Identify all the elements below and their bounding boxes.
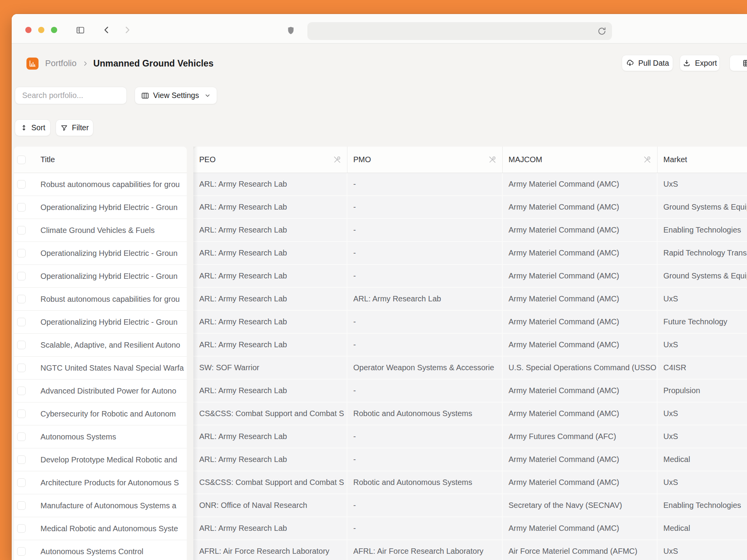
title-cell[interactable]: Autonomous Systems Control (40, 547, 187, 556)
row-checkbox[interactable] (17, 410, 26, 418)
peo-cell[interactable]: ARL: Army Research Lab (193, 334, 347, 357)
table-row[interactable]: Robust autonomous capabilities for grou (14, 288, 187, 311)
export-button[interactable]: Export (680, 55, 720, 71)
pmo-cell[interactable]: - (347, 494, 503, 517)
peo-cell[interactable]: ARL: Army Research Lab (193, 265, 347, 288)
row-checkbox[interactable] (17, 501, 26, 510)
table-row[interactable]: Robust autonomous capabilities for grou (14, 173, 187, 196)
table-row[interactable]: Scalable, Adaptive, and Resilient Autono (14, 334, 187, 357)
peo-cell[interactable]: SW: SOF Warrior (193, 357, 347, 380)
row-checkbox[interactable] (17, 387, 26, 395)
select-all-checkbox[interactable] (17, 156, 26, 164)
peo-cell[interactable]: ARL: Army Research Lab (193, 380, 347, 402)
market-cell[interactable]: Medical (658, 517, 747, 540)
title-cell[interactable]: Operationalizing Hybrid Electric - Groun (40, 272, 187, 281)
row-checkbox[interactable] (17, 364, 26, 372)
row-checkbox[interactable] (17, 547, 26, 556)
majcom-cell[interactable]: Army Materiel Command (AMC) (503, 196, 658, 219)
table-row[interactable]: ARL: Army Research Lab - Army Materiel C… (193, 265, 747, 288)
title-cell[interactable]: Architecture Products for Autonomous S (40, 478, 187, 487)
title-cell[interactable]: NGTC United States Naval Special Warfa (40, 364, 187, 373)
peo-cell[interactable]: ARL: Army Research Lab (193, 517, 347, 540)
market-cell[interactable]: Enabling Technologies (658, 494, 747, 517)
filter-button[interactable]: Filter (56, 119, 93, 136)
market-cell[interactable]: UxS (658, 425, 747, 448)
row-checkbox[interactable] (17, 249, 26, 257)
row-checkbox[interactable] (17, 272, 26, 280)
table-row[interactable]: Operationalizing Hybrid Electric - Groun (14, 196, 187, 219)
market-cell[interactable]: Enabling Technologies (658, 219, 747, 242)
market-cell[interactable]: C4ISR (658, 357, 747, 380)
majcom-cell[interactable]: Army Materiel Command (AMC) (503, 471, 658, 494)
title-cell[interactable]: Cybersecurity for Robotic and Autonom (40, 410, 187, 418)
table-row[interactable]: ARL: Army Research Lab - Army Materiel C… (193, 311, 747, 334)
title-cell[interactable]: Climate Ground Vehicles & Fuels (40, 226, 187, 235)
back-icon[interactable] (102, 25, 112, 35)
majcom-cell[interactable]: Secretary of the Navy (SECNAV) (503, 494, 658, 517)
market-cell[interactable]: Ground Systems & Equip (658, 265, 747, 288)
title-cell[interactable]: Robust autonomous capabilities for grou (40, 295, 187, 304)
table-row[interactable]: ARL: Army Research Lab - Army Materiel C… (193, 196, 747, 219)
portfolio-app-icon[interactable] (26, 58, 39, 70)
close-window-button[interactable] (25, 27, 32, 33)
majcom-cell[interactable]: Army Materiel Command (AMC) (503, 402, 658, 425)
view-settings-button[interactable]: View Settings (135, 87, 217, 104)
table-row[interactable]: Medical Robotic and Autonomous Syste (14, 517, 187, 540)
table-row[interactable]: ARL: Army Research Lab ARL: Army Researc… (193, 288, 747, 311)
pmo-cell[interactable]: Robotic and Autonomous Systems (347, 471, 503, 494)
pin-off-icon[interactable] (333, 155, 342, 164)
pmo-cell[interactable]: - (347, 173, 503, 196)
row-checkbox[interactable] (17, 341, 26, 349)
market-cell[interactable]: Ground Systems & Equip (658, 196, 747, 219)
peo-cell[interactable]: ARL: Army Research Lab (193, 173, 347, 196)
peo-cell[interactable]: AFRL: Air Force Research Laboratory (193, 540, 347, 560)
row-checkbox[interactable] (17, 226, 26, 234)
table-row[interactable]: NGTC United States Naval Special Warfa (14, 357, 187, 380)
table-row[interactable]: ARL: Army Research Lab - Army Materiel C… (193, 448, 747, 471)
table-row[interactable]: Climate Ground Vehicles & Fuels (14, 219, 187, 242)
row-checkbox[interactable] (17, 455, 26, 464)
row-checkbox[interactable] (17, 203, 26, 212)
majcom-cell[interactable]: Army Futures Command (AFC) (503, 425, 658, 448)
peo-cell[interactable]: ARL: Army Research Lab (193, 425, 347, 448)
pin-off-icon[interactable] (643, 155, 652, 164)
peo-cell[interactable]: ARL: Army Research Lab (193, 311, 347, 334)
market-cell[interactable]: UxS (658, 402, 747, 425)
pmo-cell[interactable]: - (347, 265, 503, 288)
market-cell[interactable]: UxS (658, 540, 747, 560)
table-row[interactable]: Architecture Products for Autonomous S (14, 471, 187, 494)
zoom-window-button[interactable] (51, 27, 57, 33)
peo-cell[interactable]: ONR: Office of Naval Research (193, 494, 347, 517)
row-checkbox[interactable] (17, 478, 26, 487)
market-cell[interactable]: UxS (658, 471, 747, 494)
market-cell[interactable]: UxS (658, 288, 747, 311)
market-cell[interactable]: Medical (658, 448, 747, 471)
majcom-cell[interactable]: Army Materiel Command (AMC) (503, 288, 658, 311)
row-checkbox[interactable] (17, 318, 26, 326)
peo-cell[interactable]: CS&CSS: Combat Support and Combat S (193, 402, 347, 425)
peo-cell[interactable]: ARL: Army Research Lab (193, 219, 347, 242)
peo-cell[interactable]: CS&CSS: Combat Support and Combat S (193, 471, 347, 494)
pmo-cell[interactable]: - (347, 380, 503, 402)
title-cell[interactable]: Medical Robotic and Autonomous Syste (40, 524, 187, 533)
table-row[interactable]: Autonomous Systems Control (14, 540, 187, 560)
market-cell[interactable]: UxS (658, 173, 747, 196)
table-row[interactable]: Autonomous Systems (14, 425, 187, 448)
title-cell[interactable]: Operationalizing Hybrid Electric - Groun (40, 203, 187, 212)
majcom-cell[interactable]: U.S. Special Operations Command (USSO (503, 357, 658, 380)
table-row[interactable]: Cybersecurity for Robotic and Autonom (14, 402, 187, 425)
market-cell[interactable]: Propulsion (658, 380, 747, 402)
majcom-cell[interactable]: Army Materiel Command (AMC) (503, 380, 658, 402)
table-row[interactable]: Operationalizing Hybrid Electric - Groun (14, 311, 187, 334)
sort-button[interactable]: Sort (15, 119, 51, 136)
pmo-cell[interactable]: - (347, 196, 503, 219)
peo-cell[interactable]: ARL: Army Research Lab (193, 448, 347, 471)
table-row[interactable]: ARL: Army Research Lab - Army Materiel C… (193, 334, 747, 357)
title-cell[interactable]: Manufacture of Autonomous Systems a (40, 501, 187, 510)
table-row[interactable]: ARL: Army Research Lab - Army Materiel C… (193, 380, 747, 402)
table-row[interactable]: ARL: Army Research Lab - Army Materiel C… (193, 242, 747, 265)
table-row[interactable]: ARL: Army Research Lab - Army Materiel C… (193, 173, 747, 196)
minimize-window-button[interactable] (38, 27, 44, 33)
majcom-cell[interactable]: Army Materiel Command (AMC) (503, 265, 658, 288)
table-row[interactable]: Manufacture of Autonomous Systems a (14, 494, 187, 517)
